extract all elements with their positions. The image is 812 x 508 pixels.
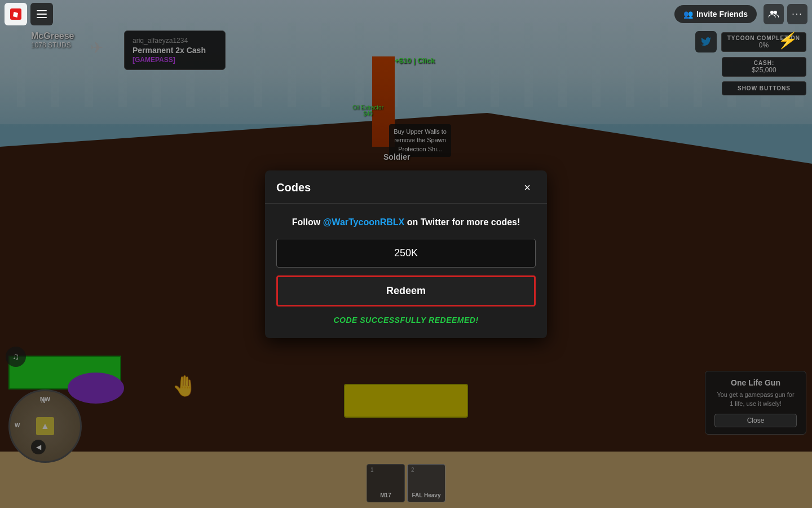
modal-overlay[interactable]: Codes × Follow @WarTycoonRBLX on Twitter… [0,0,812,508]
success-message: CODE SUCCESSFULLY REDEEMED! [276,316,536,325]
modal-header: Codes × [265,170,547,204]
svg-rect-2 [37,14,47,15]
twitter-follow-text: Follow @WarTycoonRBLX on Twitter for mor… [276,217,536,227]
modal-body: Follow @WarTycoonRBLX on Twitter for mor… [265,204,547,338]
code-input[interactable] [276,239,536,268]
invite-friends-button[interactable]: 👥 Invite Friends [674,5,757,23]
roblox-logo-button[interactable] [5,3,27,25]
svg-point-4 [770,11,774,14]
menu-button[interactable] [30,3,53,25]
people-icon: 👥 [683,10,693,19]
codes-modal: Codes × Follow @WarTycoonRBLX on Twitter… [265,170,547,338]
topbar: 👥 Invite Friends ··· [0,0,812,28]
more-options-button[interactable]: ··· [787,4,807,24]
twitter-handle: @WarTycoonRBLX [323,217,405,227]
follow-prefix: Follow [292,217,323,227]
lightning-icon: ⚡ [776,31,800,50]
follow-suffix: on Twitter for more codes! [404,217,520,227]
top-right-buttons: ··· [764,4,807,24]
svg-rect-3 [37,17,47,18]
friends-icon-button[interactable] [764,4,784,24]
redeem-button[interactable]: Redeem [276,275,536,306]
svg-rect-1 [37,10,47,11]
svg-point-5 [774,11,777,14]
modal-title: Codes [276,181,311,194]
modal-close-button[interactable]: × [519,179,536,196]
invite-friends-label: Invite Friends [696,10,748,19]
